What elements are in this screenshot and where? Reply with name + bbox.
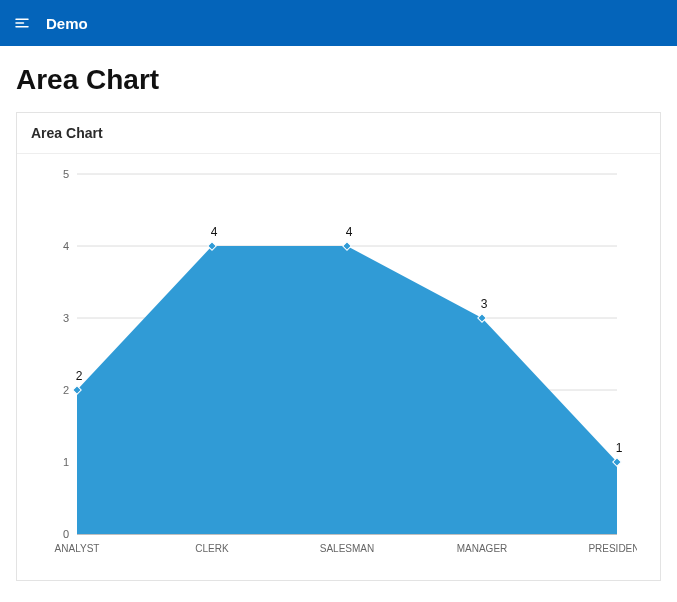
x-tick-label: SALESMAN	[320, 543, 374, 554]
x-tick-label: CLERK	[195, 543, 229, 554]
value-label: 4	[346, 225, 353, 239]
value-label: 2	[76, 369, 83, 383]
x-tick-label: MANAGER	[457, 543, 508, 554]
area-series	[77, 246, 617, 534]
y-tick-label: 5	[63, 168, 69, 180]
y-tick-label: 4	[63, 240, 69, 252]
page-title: Area Chart	[0, 46, 677, 112]
area-chart: 0123452ANALYST4CLERK4SALESMAN3MANAGER1PR…	[17, 154, 660, 580]
chart-card: Area Chart 0123452ANALYST4CLERK4SALESMAN…	[16, 112, 661, 581]
value-label: 4	[211, 225, 218, 239]
app-title: Demo	[46, 15, 88, 32]
x-tick-label: ANALYST	[55, 543, 100, 554]
chart-svg: 0123452ANALYST4CLERK4SALESMAN3MANAGER1PR…	[37, 164, 637, 564]
card-title: Area Chart	[17, 113, 660, 154]
y-tick-label: 1	[63, 456, 69, 468]
y-tick-label: 3	[63, 312, 69, 324]
y-tick-label: 0	[63, 528, 69, 540]
x-tick-label: PRESIDENT	[588, 543, 637, 554]
y-tick-label: 2	[63, 384, 69, 396]
value-label: 3	[481, 297, 488, 311]
value-label: 1	[616, 441, 623, 455]
app-header: Demo	[0, 0, 677, 46]
menu-icon[interactable]	[12, 13, 32, 33]
